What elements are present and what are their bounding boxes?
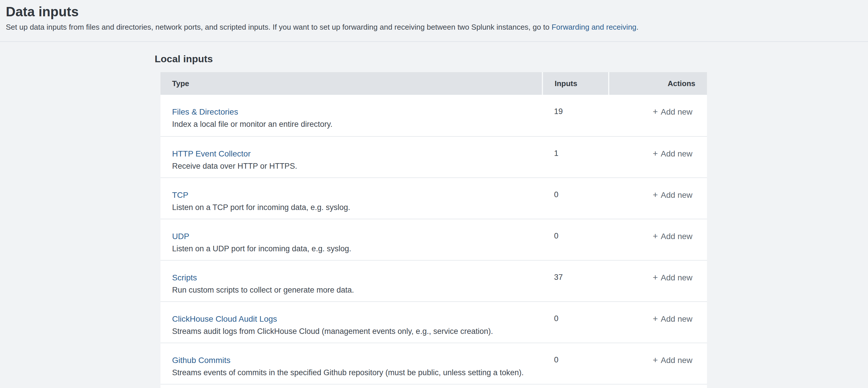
input-type-link[interactable]: HTTP Event Collector [172,148,251,158]
table-row: Scripts Run custom scripts to collect or… [160,260,707,301]
inputs-count: 19 [542,95,609,136]
inputs-count: 37 [542,260,609,301]
page-header: Data inputs Set up data inputs from file… [0,0,868,42]
plus-icon: + [653,313,658,323]
input-type-link[interactable]: Github Commits [172,355,230,365]
input-type-description: Listen on a TCP port for incoming data, … [172,202,531,212]
table-row: HTTP Event Collector Receive data over H… [160,136,707,177]
add-new-link[interactable]: +Add new [653,190,693,199]
plus-icon: + [653,148,658,158]
input-type-description: Streams audit logs from ClickHouse Cloud… [172,326,531,336]
add-new-link[interactable]: +Add new [653,107,693,116]
inputs-count: 0 [542,177,609,219]
plus-icon: + [653,107,658,116]
add-new-label: Add new [661,231,692,241]
inputs-count: 0 [542,342,609,384]
inputs-table-body: Files & Directories Index a local file o… [160,95,707,384]
add-new-label: Add new [661,355,692,364]
inputs-count: 1 [542,136,609,177]
table-row: TCP Listen on a TCP port for incoming da… [160,177,707,219]
input-type-description: Streams events of commits in the specifi… [172,367,531,377]
inputs-count: 0 [542,219,609,260]
forwarding-and-receiving-link[interactable]: Forwarding and receiving [552,23,636,31]
input-type-description: Receive data over HTTP or HTTPS. [172,161,531,171]
input-type-description: Run custom scripts to collect or generat… [172,285,531,295]
add-new-link[interactable]: +Add new [653,272,693,282]
input-type-description: Listen on a UDP port for incoming data, … [172,243,531,253]
input-type-description: Index a local file or monitor an entire … [172,119,531,129]
page-subtitle-period: . [636,23,638,31]
add-new-link[interactable]: +Add new [653,231,693,241]
input-type-link[interactable]: UDP [172,231,189,241]
add-new-label: Add new [661,149,692,158]
add-new-label: Add new [661,272,692,282]
inputs-count: 0 [542,301,609,342]
local-inputs-table: Type Inputs Actions Files & Directories … [160,72,707,384]
next-row-peek [160,384,707,388]
input-type-link[interactable]: Scripts [172,272,197,282]
table-header-row: Type Inputs Actions [160,72,707,95]
input-type-link[interactable]: ClickHouse Cloud Audit Logs [172,313,277,324]
plus-icon: + [653,355,658,364]
page-subtitle-text: Set up data inputs from files and direct… [6,23,552,31]
add-new-label: Add new [661,314,692,323]
table-row: ClickHouse Cloud Audit Logs Streams audi… [160,301,707,342]
table-row: Github Commits Streams events of commits… [160,342,707,384]
column-header-type: Type [160,72,542,95]
input-type-link[interactable]: Files & Directories [172,107,238,117]
column-header-actions: Actions [609,72,707,95]
add-new-link[interactable]: +Add new [653,355,693,364]
column-header-inputs: Inputs [542,72,609,95]
plus-icon: + [653,272,658,282]
plus-icon: + [653,231,658,241]
add-new-label: Add new [661,107,692,116]
local-inputs-heading: Local inputs [155,52,868,66]
add-new-link[interactable]: +Add new [653,149,693,158]
add-new-link[interactable]: +Add new [653,314,693,323]
page: Data inputs Set up data inputs from file… [0,0,868,388]
table-row: Files & Directories Index a local file o… [160,95,707,136]
plus-icon: + [653,189,658,199]
table-row: UDP Listen on a UDP port for incoming da… [160,219,707,260]
input-type-link[interactable]: TCP [172,189,188,200]
page-subtitle: Set up data inputs from files and direct… [6,22,860,33]
add-new-label: Add new [661,190,692,199]
page-title: Data inputs [6,3,860,20]
